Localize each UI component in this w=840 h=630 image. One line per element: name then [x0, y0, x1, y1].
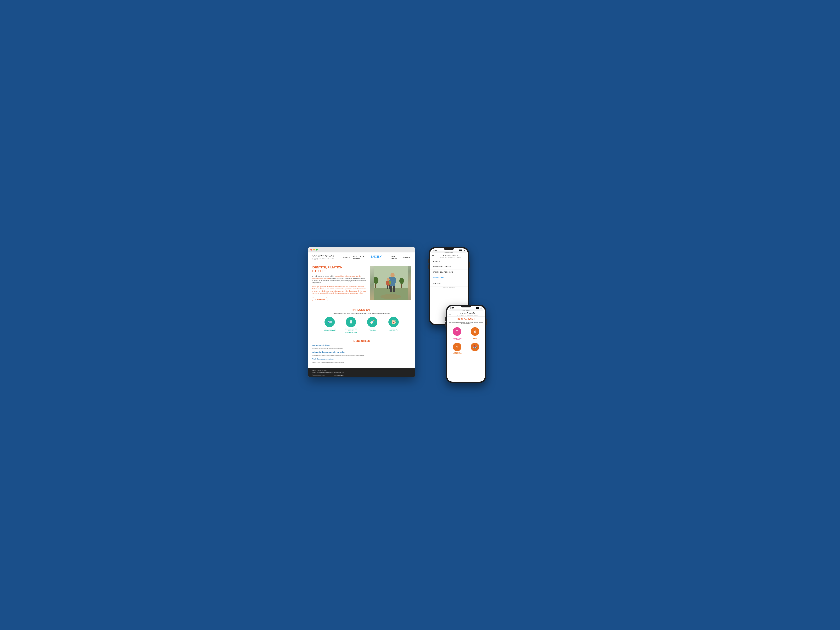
phone-1-nav-bar: ☰ Christelle Daudin SPÉCIALISÉE EN DROIT…	[430, 254, 468, 259]
lien-2-link[interactable]: Habitation familiale, une alternative à …	[312, 351, 411, 353]
phone-1-url-bar[interactable]: avocat-daudin.fr	[431, 252, 466, 253]
icon-sexe: ⚧	[346, 317, 356, 327]
phone2-icon-partage: 🏛 PARTAGE DESBIENS	[467, 327, 483, 340]
icons-row: 🪪 CHANGEMENT DENOM ET PRÉNOM ⚧ CHANGEMEN…	[312, 317, 411, 333]
lien-3-link[interactable]: Tutelle d'une personne majeure	[312, 358, 411, 360]
icon-label-tutelle: TUTELLE,CURATELLE	[389, 328, 398, 332]
phone-button[interactable]: 06 86 14 92 34	[312, 297, 328, 301]
phone-1-logo: Christelle Daudin	[436, 254, 466, 257]
hero-image-placeholder	[370, 266, 411, 300]
hero-section: IDENTITÉ, FILIATION,TUTELLE... Si « nul …	[308, 262, 415, 305]
phone2-icon-protection: 🛡 PROTECTION DESMINEURS ET DESMAJEURS	[449, 327, 465, 340]
signal-icon: ▐▐▐	[459, 250, 461, 251]
phone-notch	[444, 249, 454, 250]
browser-dot-yellow[interactable]	[313, 249, 315, 250]
icon-tutelle: 🐷	[388, 317, 399, 327]
power-button[interactable]	[469, 261, 470, 268]
svg-rect-14	[389, 285, 390, 289]
phone-menu-famille[interactable]: DROIT DE LA FAMILLE	[430, 264, 468, 269]
footer-copyright: © Christelle Daudin 2018	[312, 374, 325, 376]
battery-icon-2: ▮	[482, 307, 482, 309]
phone-2-time: 10:57	[450, 307, 454, 309]
phone-2-nav-bar: ☰ Christelle Daudin SPÉCIALISÉE EN DROIT…	[447, 312, 485, 317]
phone2-parlons-sub: Selon votre situation particulière, voic…	[447, 321, 485, 326]
icon-label-protection: PROTECTION DESMINEURS ET DESMAJEURS	[452, 337, 461, 340]
footer-phone: Téléphone : 06 86 14 92 34	[312, 369, 344, 371]
site-nav: Christelle Daudin SPÉCIALISÉE EN DROIT D…	[308, 252, 415, 262]
browser-window: Christelle Daudin SPÉCIALISÉE EN DROIT D…	[308, 247, 415, 377]
phone-menu-personne[interactable]: DROIT DE LA PERSONNE	[430, 269, 468, 275]
lien-1-link[interactable]: Contestation de la filiation	[312, 344, 411, 346]
hero-title: IDENTITÉ, FILIATION,TUTELLE...	[312, 266, 367, 273]
svg-point-2	[381, 294, 401, 299]
phones-area: 10:59 ▐▐▐ ▲ ▮ avocat-daudin.fr ☰ Christ	[425, 247, 532, 383]
icon-label-prestation: PRESTATIONCOMPENSATOIRE	[453, 352, 461, 355]
icon-nom: 🪪	[324, 317, 335, 327]
hamburger-icon[interactable]: ☰	[432, 255, 434, 258]
phone2-notch	[461, 306, 471, 307]
phone-1-logo-area: Christelle Daudin SPÉCIALISÉE EN DROIT D…	[436, 254, 466, 258]
phone-menu-contact[interactable]: CONTACT	[430, 281, 468, 287]
phone2-icon-prestation: ⚖ PRESTATIONCOMPENSATOIRE	[449, 343, 465, 355]
nav-accueil[interactable]: ACCUEIL	[343, 256, 350, 258]
parlons-section: PARLONS-EN ! Voici les thèmes que, selon…	[308, 305, 415, 337]
hero-body-1: Si « nul n'est censé ignorer la loi », l…	[312, 275, 367, 284]
nav-penal[interactable]: DROIT PÉNAL	[391, 256, 400, 259]
browser-dot-green[interactable]	[316, 249, 317, 250]
hamburger-icon-2[interactable]: ☰	[449, 313, 452, 315]
phone-1-menu: ACCUEIL DROIT DE LA FAMILLE DROIT DE LA …	[430, 259, 468, 287]
logo-area: Christelle Daudin SPÉCIALISÉE EN DROIT D…	[312, 255, 339, 260]
site-footer: Téléphone : 06 86 14 92 34 Adresse : 23 …	[308, 368, 415, 377]
nav-personne[interactable]: DROIT DE LA PERSONNE	[371, 255, 388, 259]
site-logo: Christelle Daudin	[312, 255, 339, 258]
svg-rect-7	[390, 286, 392, 292]
liens-section: LIENS UTILES Contestation de la filiatio…	[308, 337, 415, 368]
wifi-icon: ▲	[462, 250, 464, 251]
svg-point-3	[390, 273, 395, 277]
footer-mentions[interactable]: Mentions légales	[335, 374, 344, 376]
nav-contact[interactable]: CONTACT	[403, 256, 411, 258]
icon-item-sexe: ⚧ CHANGEMENT DESEXE OUTRANSEXUALISME	[343, 317, 360, 333]
battery-icon: ▮	[464, 250, 465, 251]
browser-dot-red[interactable]	[310, 249, 312, 250]
lien-2: Habitation familiale, une alternative à …	[312, 351, 411, 356]
phone-menu-penal[interactable]: DROIT PÉNAL	[430, 275, 468, 281]
svg-point-9	[387, 278, 390, 281]
svg-rect-6	[393, 277, 396, 283]
active-underline	[433, 279, 438, 279]
phone2-volume-up[interactable]	[445, 317, 446, 321]
phone-2-logo-area: Christelle Daudin SPÉCIALISÉE EN DROIT D…	[453, 312, 483, 316]
phone-2-url-bar[interactable]: avocat-daudin.fr	[448, 309, 483, 311]
phone2-power[interactable]	[486, 319, 487, 325]
phone-2-frame: 10:57 ▐▐▐ ▲ ▮ avocat-daudin.fr ☰ Christ	[446, 305, 486, 383]
phone2-volume-down[interactable]	[445, 322, 446, 326]
volume-down-button[interactable]	[428, 264, 429, 269]
phone-menu-accueil[interactable]: ACCUEIL	[430, 259, 468, 264]
icon-label-sexe: CHANGEMENT DESEXE OUTRANSEXUALISME	[344, 328, 357, 333]
nav-famille[interactable]: DROIT DE LA FAMILLE	[353, 256, 368, 259]
signal-icon-2: ▐▐▐	[476, 307, 479, 309]
icon-partage: 🏛	[471, 327, 479, 336]
footer-info: Téléphone : 06 86 14 92 34 Adresse : 23 …	[312, 369, 344, 375]
volume-up-button[interactable]	[428, 259, 429, 263]
icon-extra: 📚	[471, 343, 479, 351]
nav-links: ACCUEIL DROIT DE LA FAMILLE DROIT DE LA …	[343, 255, 411, 259]
scroll-snippet: écouter et d'échanger.	[430, 287, 468, 289]
lien-2-url: https://hizy.org/fr/etablissements/maint…	[312, 355, 365, 356]
icon-protection: 🛡	[453, 327, 461, 336]
lien-1: Contestation de la filiation https://www…	[312, 344, 411, 350]
icon-prestation: ⚖	[453, 343, 461, 351]
hero-image	[370, 266, 411, 300]
icon-label-partage: PARTAGE DESBIENS	[471, 337, 478, 339]
footer-phone-number: 06 86 14 92 34	[319, 370, 327, 371]
lien-3-url: https://www.service-public.fr/particulie…	[312, 361, 344, 363]
lien-1-url: https://www.service-public.fr/particulie…	[312, 348, 343, 349]
hero-body-2: En tant que spécialiste du droit des per…	[312, 286, 367, 294]
phone-2-logo: Christelle Daudin	[453, 312, 483, 315]
icon-filiation: 🍼	[367, 317, 377, 327]
svg-point-19	[399, 278, 404, 284]
svg-rect-8	[393, 286, 395, 292]
main-scene: Christelle Daudin SPÉCIALISÉE EN DROIT D…	[308, 247, 532, 383]
wifi-icon-2: ▲	[480, 307, 481, 309]
parlons-subtitle: Voici les thèmes que, selon votre situat…	[312, 312, 411, 314]
